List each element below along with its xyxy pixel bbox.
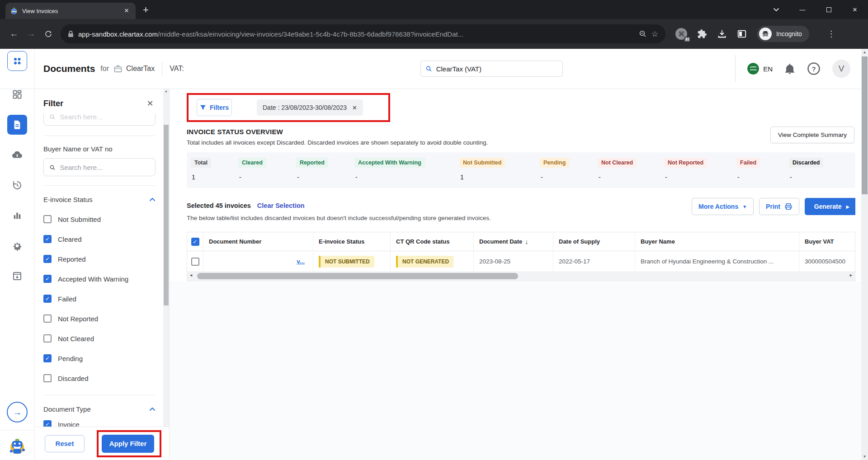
sidebar-item-documents[interactable] (7, 115, 27, 135)
scroll-left-icon[interactable]: ◄ (189, 273, 193, 277)
more-actions-button[interactable]: More Actions▼ (692, 198, 754, 215)
filter-option[interactable]: Cleared (43, 235, 156, 243)
sidebar-item-upload[interactable] (7, 145, 27, 165)
filter-scrollbar[interactable]: ▲ (163, 89, 169, 427)
col-buyer-name[interactable]: Buyer Name (635, 232, 799, 251)
notifications-bell-icon[interactable] (784, 63, 795, 75)
filter-option[interactable]: Pending (43, 354, 156, 362)
back-icon[interactable]: ← (5, 25, 23, 42)
checkbox[interactable] (43, 255, 52, 263)
scrollbar-thumb[interactable] (197, 273, 518, 279)
document-number-link[interactable]: v... (297, 258, 307, 265)
table-row[interactable]: v... NOT SUBMITTED NOT GENERATED 2023-08… (187, 251, 855, 272)
chip-remove-icon[interactable]: ✕ (352, 104, 357, 111)
scroll-up-icon[interactable]: ▲ (163, 89, 169, 93)
table-horizontal-scrollbar[interactable]: ◄ ► (187, 272, 855, 281)
header-divider (0, 89, 861, 89)
new-tab-button[interactable]: + (143, 4, 149, 16)
caret-right-icon: ▶ (846, 204, 850, 209)
help-icon[interactable]: ? (807, 62, 821, 75)
extension-icon[interactable]: ⌘ (675, 28, 687, 40)
reload-icon[interactable] (40, 25, 57, 42)
company-name[interactable]: ClearTax (126, 65, 155, 73)
col-document-number[interactable]: Document Number (203, 232, 313, 251)
col-date-of-supply[interactable]: Date of Supply (553, 232, 635, 251)
annotation-box-filters: Filters Date : 23/08/2023-30/08/2023 ✕ (187, 93, 390, 122)
scrollbar-thumb[interactable] (862, 56, 868, 194)
user-avatar[interactable]: V (832, 60, 850, 78)
window-close-button[interactable]: ✕ (842, 0, 868, 19)
checkbox[interactable] (43, 354, 52, 362)
checkbox[interactable] (43, 235, 52, 243)
language-selector[interactable]: EN (747, 63, 773, 75)
col-ct-qr-status[interactable]: CT QR Code status (391, 232, 474, 251)
select-all-checkbox[interactable] (191, 238, 199, 246)
checkbox[interactable] (43, 334, 52, 343)
row-checkbox[interactable] (191, 258, 199, 266)
sidebar-item-reports[interactable] (7, 206, 27, 225)
scroll-down-icon[interactable]: ▼ (861, 455, 868, 459)
filter-option[interactable]: Discarded (43, 374, 156, 382)
forward-icon[interactable]: → (23, 25, 40, 42)
scrollbar-thumb[interactable] (164, 125, 169, 305)
print-button[interactable]: Print (759, 198, 799, 215)
incognito-badge[interactable]: Incognito (757, 26, 809, 42)
chevron-up-icon[interactable] (149, 407, 156, 411)
buyer-search-field[interactable] (43, 158, 156, 176)
filter-option[interactable]: Failed (43, 295, 156, 303)
generate-button[interactable]: Generate▶ (805, 198, 855, 215)
scroll-up-icon[interactable]: ▲ (861, 50, 868, 54)
top-search-input[interactable] (60, 114, 150, 121)
filter-close-icon[interactable]: ✕ (145, 99, 156, 108)
browser-tab[interactable]: View Invoices ✕ (5, 3, 136, 19)
page-scrollbar[interactable]: ▲ ▼ (861, 49, 868, 460)
minimize-button[interactable]: — (789, 0, 816, 19)
reset-button[interactable]: Reset (45, 435, 85, 452)
filter-option[interactable]: Reported (43, 255, 156, 263)
checkbox[interactable] (43, 215, 52, 223)
checkbox[interactable] (43, 314, 52, 323)
search-icon (425, 65, 432, 72)
menu-dots-icon[interactable]: ⋮ (827, 29, 835, 39)
sort-desc-icon[interactable]: ↓ (525, 238, 528, 245)
main-content: Filters Date : 23/08/2023-30/08/2023 ✕ I… (170, 89, 861, 460)
chevron-up-icon[interactable] (149, 197, 156, 202)
filter-option[interactable]: Not Reported (43, 314, 156, 323)
view-complete-summary-button[interactable]: View Complete Summary (770, 127, 854, 143)
url-bar[interactable]: app-sandbox.cleartax.com/middle-east/ksa… (61, 24, 665, 43)
expand-sidebar-button[interactable]: → (7, 402, 28, 422)
filter-option[interactable]: Accepted With Warning (43, 275, 156, 283)
mascot-robot-icon[interactable] (8, 437, 27, 455)
apps-grid-button[interactable] (7, 51, 27, 71)
filters-button[interactable]: Filters (197, 99, 232, 116)
workspace-search-input[interactable] (436, 65, 558, 73)
sidebar-item-settings[interactable] (7, 236, 27, 256)
maximize-button[interactable] (816, 0, 842, 19)
workspace-search[interactable] (420, 61, 563, 77)
extensions-puzzle-icon[interactable] (697, 29, 707, 39)
apply-filter-button[interactable]: Apply Filter (102, 435, 154, 453)
top-search-field[interactable] (43, 114, 156, 126)
download-icon[interactable] (717, 29, 727, 39)
checkbox[interactable] (43, 275, 52, 283)
col-buyer-vat[interactable]: Buyer VAT (799, 232, 855, 251)
scroll-right-icon[interactable]: ► (849, 273, 853, 277)
sidebar-item-history[interactable] (7, 175, 27, 195)
checkbox[interactable] (43, 374, 52, 382)
side-panel-icon[interactable] (737, 29, 747, 39)
filter-option[interactable]: Not Cleared (43, 334, 156, 343)
date-filter-chip[interactable]: Date : 23/08/2023-30/08/2023 ✕ (257, 99, 363, 116)
zoom-indicator-icon[interactable] (639, 30, 647, 38)
tab-search-chevron-icon[interactable] (763, 0, 789, 19)
sidebar-item-dashboard[interactable] (7, 84, 27, 104)
col-document-date[interactable]: Document Date↓ (474, 232, 553, 251)
date-of-supply-cell: 2022-05-17 (553, 251, 635, 272)
filter-option[interactable]: Not Submitted (43, 215, 156, 223)
sidebar-item-archive[interactable] (7, 266, 27, 286)
tab-close-icon[interactable]: ✕ (122, 6, 131, 15)
bookmark-star-icon[interactable]: ☆ (651, 29, 658, 39)
buyer-search-input[interactable] (60, 164, 150, 171)
clear-selection-link[interactable]: Clear Selection (257, 202, 305, 209)
checkbox[interactable] (43, 295, 52, 303)
col-einvoice-status[interactable]: E-invoice Status (313, 232, 391, 251)
